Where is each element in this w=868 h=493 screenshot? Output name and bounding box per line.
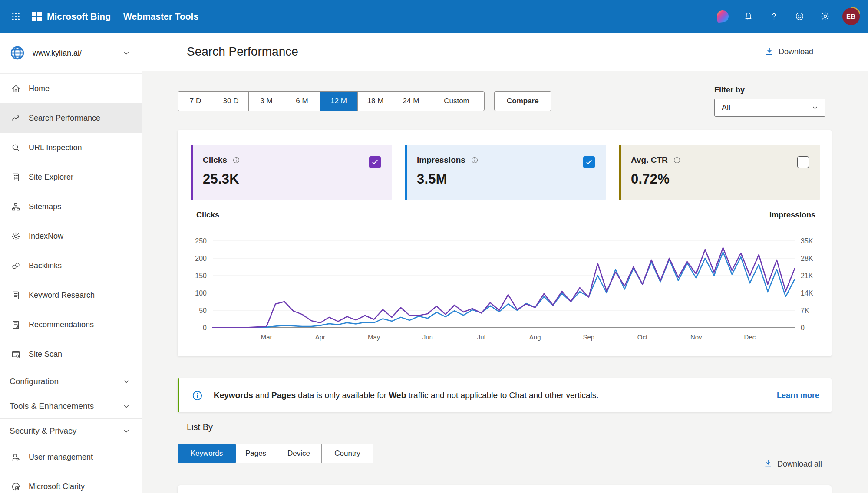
sidebar-item-microsoft-clarity[interactable]: Microsoft Clarity: [0, 472, 142, 493]
brand-divider: [117, 11, 117, 22]
range-tab-24-m[interactable]: 24 M: [393, 92, 429, 111]
sidebar: www.kylian.ai/ HomeSearch PerformanceURL…: [0, 33, 142, 493]
avg-ctr-checkbox[interactable]: [797, 156, 809, 168]
list-by-country[interactable]: Country: [321, 444, 373, 463]
metric-card-avg-ctr[interactable]: Avg. CTR0.72%: [619, 145, 820, 200]
brand-name: Microsoft Bing: [47, 11, 111, 22]
site-selector[interactable]: www.kylian.ai/: [0, 33, 142, 74]
metric-cards: Clicks25.3KImpressions3.5MAvg. CTR0.72%: [191, 145, 820, 200]
sidebar-section-label: Configuration: [10, 377, 59, 386]
chevron-down-icon: [122, 49, 131, 57]
metric-header: Clicks: [203, 155, 381, 165]
list-by-keywords[interactable]: Keywords: [178, 444, 236, 463]
metric-value: 3.5M: [417, 171, 595, 187]
topbar-actions: EB: [713, 7, 868, 26]
metric-header: Avg. CTR: [631, 155, 809, 165]
x-axis-month-label: Aug: [529, 333, 541, 341]
left-axis-tick: 0: [203, 324, 207, 332]
settings-gear-icon[interactable]: [815, 7, 835, 26]
filter-dropdown[interactable]: All: [714, 99, 825, 117]
sidebar-item-label: URL Inspection: [29, 143, 82, 152]
clicks-line: [213, 248, 795, 327]
feedback-smiley-icon[interactable]: [790, 7, 809, 26]
learn-more-link[interactable]: Learn more: [777, 391, 819, 400]
download-label: Download: [779, 47, 813, 56]
chevron-down-icon: [122, 402, 131, 411]
trend-icon: [11, 113, 21, 123]
compare-button[interactable]: Compare: [494, 91, 551, 111]
right-axis-tick: 35K: [801, 237, 813, 245]
left-axis-tick: 200: [195, 255, 207, 262]
results-table-card: [178, 485, 832, 493]
list-by-label: List By: [187, 422, 213, 432]
sidebar-item-label: Home: [29, 84, 50, 93]
sidebar-section-security-privacy[interactable]: Security & Privacy: [0, 418, 142, 443]
sidebar-section-label: Security & Privacy: [10, 426, 76, 436]
list-by-device[interactable]: Device: [276, 444, 322, 463]
range-tab-30-d[interactable]: 30 D: [213, 92, 248, 111]
metric-card-clicks[interactable]: Clicks25.3K: [191, 145, 392, 200]
sidebar-item-indexnow[interactable]: IndexNow: [0, 221, 142, 251]
sidebar-item-url-inspection[interactable]: URL Inspection: [0, 133, 142, 162]
keyword-research-icon: [11, 290, 21, 300]
filter-selected-value: All: [722, 103, 730, 112]
performance-chart-card: Clicks25.3KImpressions3.5MAvg. CTR0.72% …: [178, 130, 832, 356]
range-tab-12-m[interactable]: 12 M: [320, 92, 357, 111]
range-tab-3-m[interactable]: 3 M: [248, 92, 284, 111]
sidebar-item-sitemaps[interactable]: Sitemaps: [0, 192, 142, 221]
right-axis-tick: 7K: [801, 307, 809, 314]
sidebar-item-recommendations[interactable]: Recommendations: [0, 310, 142, 339]
sidebar-item-label: Sitemaps: [29, 202, 61, 211]
sidebar-item-keyword-research[interactable]: Keyword Research: [0, 280, 142, 310]
range-tab-custom[interactable]: Custom: [429, 92, 484, 111]
sidebar-section-tools-enhancements[interactable]: Tools & Enhancements: [0, 394, 142, 418]
site-scan-icon: [11, 349, 21, 359]
app-launcher-icon[interactable]: [6, 7, 25, 26]
sidebar-item-home[interactable]: Home: [0, 74, 142, 103]
copilot-icon[interactable]: [713, 7, 732, 26]
clicks-checkbox[interactable]: [369, 156, 381, 168]
left-axis-title: Clicks: [196, 210, 219, 220]
sidebar-item-search-performance[interactable]: Search Performance: [0, 103, 142, 133]
sidebar-section-label: Tools & Enhancements: [10, 401, 94, 411]
metric-card-impressions[interactable]: Impressions3.5M: [405, 145, 606, 200]
main-content: Search Performance Download 7 D30 D3 M6 …: [142, 33, 868, 493]
x-axis-month-label: Jul: [477, 333, 485, 341]
range-tab-6-m[interactable]: 6 M: [284, 92, 320, 111]
globe-icon: [9, 45, 26, 61]
right-axis-tick: 28K: [801, 255, 813, 262]
download-button[interactable]: Download: [765, 47, 813, 56]
metric-value: 25.3K: [203, 171, 381, 187]
impressions-checkbox[interactable]: [583, 156, 595, 168]
x-axis-month-label: Sep: [583, 333, 594, 341]
sidebar-item-site-scan[interactable]: Site Scan: [0, 339, 142, 369]
banner-message: Keywords and Pages data is only availabl…: [214, 391, 777, 400]
sidebar-item-site-explorer[interactable]: Site Explorer: [0, 162, 142, 192]
sidebar-item-user-management[interactable]: User management: [0, 442, 142, 472]
sidebar-item-label: Site Explorer: [29, 173, 73, 182]
info-banner: Keywords and Pages data is only availabl…: [178, 378, 832, 412]
sidebar-section-configuration[interactable]: Configuration: [0, 369, 142, 394]
range-tab-18-m[interactable]: 18 M: [357, 92, 393, 111]
info-icon: [191, 390, 203, 401]
notifications-bell-icon[interactable]: [739, 7, 758, 26]
site-explorer-icon: [11, 172, 21, 182]
metric-label: Avg. CTR: [631, 155, 668, 165]
info-icon: [673, 156, 681, 164]
download-all-button[interactable]: Download all: [763, 459, 822, 469]
sidebar-item-label: Site Scan: [29, 350, 62, 359]
help-icon[interactable]: [764, 7, 783, 26]
product-name: Webmaster Tools: [123, 11, 198, 22]
sidebar-item-backlinks[interactable]: Backlinks: [0, 251, 142, 280]
right-axis-tick: 0: [801, 324, 805, 332]
left-axis-tick: 150: [195, 272, 207, 279]
right-axis-title: Impressions: [769, 210, 815, 220]
app: Microsoft Bing Webmaster Tools EB: [0, 0, 868, 493]
sidebar-item-label: User management: [29, 453, 93, 462]
x-axis-month-label: Mar: [261, 333, 272, 341]
range-tab-7-d[interactable]: 7 D: [178, 92, 213, 111]
metric-accent-bar: [619, 145, 621, 200]
account-avatar[interactable]: EB: [841, 7, 861, 26]
list-by-pages[interactable]: Pages: [235, 444, 276, 463]
topbar-left: Microsoft Bing Webmaster Tools: [0, 7, 198, 26]
